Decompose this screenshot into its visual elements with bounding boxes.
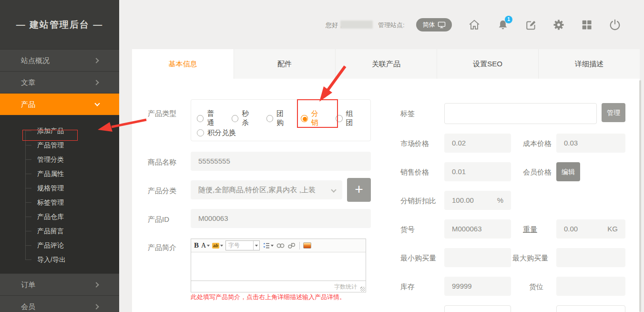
edit-icon[interactable] [524, 18, 538, 31]
intro-hint-text: 此处填写产品简介，点击右上角详细描述输入产品详情。 [191, 293, 346, 302]
scrollbar[interactable] [639, 80, 641, 312]
tags-input[interactable] [444, 103, 597, 124]
distribution-ratio-input[interactable]: 100.00 % [444, 191, 511, 210]
add-category-button[interactable]: + [347, 178, 371, 202]
product-type-label: 产品类型 [148, 109, 176, 118]
item-no-label: 货号 [400, 225, 415, 234]
link-icon[interactable] [276, 242, 285, 250]
percent-unit: % [497, 191, 503, 210]
radio-team-buy[interactable]: 组团 [336, 109, 359, 127]
radio-points-exchange[interactable]: 积分兑换 [197, 128, 236, 137]
sidebar-item-orders[interactable]: 订单 [0, 273, 119, 295]
editor-content-area[interactable] [191, 252, 366, 281]
radio-icon [232, 115, 238, 122]
sidebar-item-site-overview[interactable]: 站点概况 [0, 49, 119, 71]
submenu-item-add-product[interactable]: 添加产品 [0, 124, 119, 138]
app-logo: — 建站管理后台 — [0, 0, 119, 49]
sale-price-input[interactable]: 0.01 [444, 162, 511, 181]
radio-normal[interactable]: 普通 [197, 109, 221, 127]
extra-input-right[interactable] [556, 305, 625, 312]
radio-icon [197, 129, 204, 136]
unlink-icon[interactable] [287, 242, 296, 250]
font-size-dropdown-button[interactable] [253, 241, 259, 250]
power-icon[interactable] [608, 18, 622, 31]
distribution-ratio-label: 分销折扣比 [400, 197, 436, 206]
radio-icon [301, 115, 307, 122]
submenu-label: 添加产品 [37, 127, 64, 135]
tab-related-products[interactable]: 关联产品 [335, 49, 437, 79]
product-name-label: 商品名称 [148, 158, 176, 167]
extra-input-left[interactable] [444, 305, 511, 312]
language-button[interactable]: 简体 [416, 18, 452, 31]
max-purchase-input[interactable] [556, 248, 625, 267]
category-value: 随便,全部商品,特价区,家具内衣 ,上装 [198, 186, 316, 194]
sidebar-item-label: 会员 [21, 302, 35, 311]
submenu-item-product-reviews[interactable]: 产品评论 [0, 238, 119, 252]
sidebar-item-products[interactable]: 产品 [0, 93, 119, 115]
insert-image-icon[interactable] [303, 242, 311, 249]
product-category-select[interactable]: 随便,全部商品,特价区,家具内衣 ,上装 [191, 180, 342, 199]
submenu-item-product-messages[interactable]: 产品留言 [0, 224, 119, 238]
sidebar: — 建站管理后台 — 站点概况 文章 产品 添加产品 产品管理 管理分类 产品属… [0, 0, 119, 312]
tab-seo-settings[interactable]: 设置SEO [437, 49, 538, 79]
radio-label: 分销 [311, 109, 325, 127]
chevron-right-icon [93, 80, 99, 85]
sidebar-item-label: 订单 [21, 281, 35, 289]
radio-icon [336, 115, 342, 122]
product-type-group: 普通 秒杀 团购 分销 组团 积分兑换 [191, 99, 371, 141]
bold-icon[interactable]: B [194, 241, 199, 250]
font-color-icon[interactable]: A [201, 242, 210, 250]
tab-basic-info[interactable]: 基本信息 [132, 49, 234, 79]
sidebar-item-label: 文章 [21, 78, 35, 86]
submenu-item-product-warehouse[interactable]: 产品仓库 [0, 209, 119, 224]
product-id-input[interactable]: M000063 [191, 209, 371, 228]
product-id-label: 产品ID [148, 215, 169, 224]
submenu-item-spec-manage[interactable]: 规格管理 [0, 181, 119, 195]
cost-price-input[interactable]: 0.03 [556, 134, 625, 153]
sidebar-item-articles[interactable]: 文章 [0, 71, 119, 93]
tab-accessories[interactable]: 配件 [234, 49, 335, 79]
min-purchase-input[interactable] [444, 248, 511, 267]
item-no-input[interactable]: M000063 [444, 219, 511, 239]
editor-toolbar: B A ab 字号 [191, 239, 366, 252]
submenu-label: 产品属性 [37, 170, 64, 177]
submenu-item-import-export[interactable]: 导入/导出 [0, 252, 119, 267]
submenu-item-product-attrs[interactable]: 产品属性 [0, 166, 119, 181]
product-name-input[interactable]: 55555555 [191, 152, 371, 171]
radio-icon [266, 115, 273, 122]
chevron-right-icon [93, 282, 99, 287]
resize-grip[interactable] [360, 287, 365, 291]
sidebar-item-label: 产品 [21, 100, 35, 108]
radio-flash-sale[interactable]: 秒杀 [232, 109, 256, 127]
radio-label: 积分兑换 [207, 128, 236, 137]
weight-input[interactable]: 0.00 KG [556, 219, 625, 239]
editor-footer: 字数统计 [191, 281, 366, 292]
submenu-item-category-manage[interactable]: 管理分类 [0, 152, 119, 166]
grid-icon[interactable] [580, 18, 593, 31]
manage-site-label: 管理站点: [378, 21, 405, 30]
highlight-icon[interactable]: ab [212, 243, 223, 249]
line-height-icon[interactable] [262, 242, 274, 250]
monitor-icon [438, 21, 446, 29]
radio-label: 团购 [276, 109, 290, 127]
location-input[interactable] [556, 277, 625, 296]
home-icon[interactable] [468, 18, 481, 31]
radio-distribution[interactable]: 分销 [301, 109, 325, 127]
product-category-label: 产品分类 [148, 187, 176, 196]
market-price-input[interactable]: 0.02 [444, 134, 511, 153]
submenu-label: 产品管理 [37, 141, 64, 149]
font-size-combobox[interactable]: 字号 [225, 240, 260, 250]
edit-member-price-button[interactable]: 编辑 [556, 162, 580, 181]
submenu-item-product-manage[interactable]: 产品管理 [0, 138, 119, 152]
font-color-letter: A [201, 242, 206, 250]
sidebar-item-members[interactable]: 会员 [0, 295, 119, 312]
manage-tags-button[interactable]: 管理 [602, 103, 625, 122]
tab-detailed-description[interactable]: 详细描述 [538, 49, 640, 79]
stock-input[interactable]: 99999 [444, 277, 511, 296]
radio-icon [197, 115, 204, 122]
sidebar-item-label: 站点概况 [21, 56, 50, 64]
submenu-item-tag-manage[interactable]: 标签管理 [0, 195, 119, 209]
radio-group-buy[interactable]: 团购 [266, 109, 290, 127]
gear-icon[interactable] [552, 18, 565, 31]
sale-price-label: 销售价格 [400, 168, 429, 177]
